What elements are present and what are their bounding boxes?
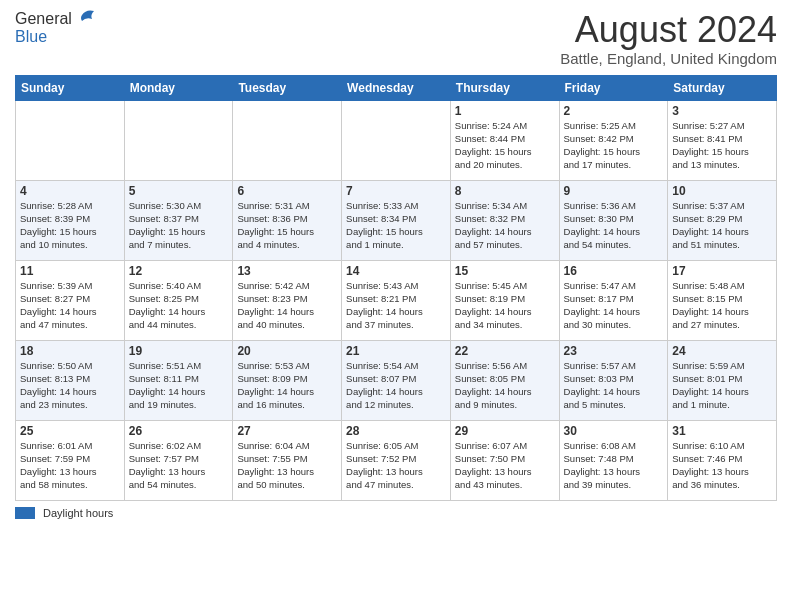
calendar-cell: 11Sunrise: 5:39 AMSunset: 8:27 PMDayligh…: [16, 260, 125, 340]
day-number: 5: [129, 184, 229, 198]
calendar-cell: 23Sunrise: 5:57 AMSunset: 8:03 PMDayligh…: [559, 340, 668, 420]
day-info: Sunrise: 5:45 AMSunset: 8:19 PMDaylight:…: [455, 279, 555, 332]
day-number: 26: [129, 424, 229, 438]
calendar-cell: [16, 100, 125, 180]
page: General Blue August 2024 Battle, England…: [0, 0, 792, 612]
day-info: Sunrise: 6:04 AMSunset: 7:55 PMDaylight:…: [237, 439, 337, 492]
calendar-cell: 18Sunrise: 5:50 AMSunset: 8:13 PMDayligh…: [16, 340, 125, 420]
calendar-cell: 17Sunrise: 5:48 AMSunset: 8:15 PMDayligh…: [668, 260, 777, 340]
day-number: 25: [20, 424, 120, 438]
day-number: 18: [20, 344, 120, 358]
calendar-cell: 26Sunrise: 6:02 AMSunset: 7:57 PMDayligh…: [124, 420, 233, 500]
day-number: 7: [346, 184, 446, 198]
logo-bird-icon: [76, 7, 98, 35]
calendar-cell: 6Sunrise: 5:31 AMSunset: 8:36 PMDaylight…: [233, 180, 342, 260]
day-info: Sunrise: 5:27 AMSunset: 8:41 PMDaylight:…: [672, 119, 772, 172]
day-info: Sunrise: 6:10 AMSunset: 7:46 PMDaylight:…: [672, 439, 772, 492]
day-info: Sunrise: 5:39 AMSunset: 8:27 PMDaylight:…: [20, 279, 120, 332]
day-info: Sunrise: 5:57 AMSunset: 8:03 PMDaylight:…: [564, 359, 664, 412]
calendar-cell: 19Sunrise: 5:51 AMSunset: 8:11 PMDayligh…: [124, 340, 233, 420]
calendar-cell: 16Sunrise: 5:47 AMSunset: 8:17 PMDayligh…: [559, 260, 668, 340]
calendar-cell: 14Sunrise: 5:43 AMSunset: 8:21 PMDayligh…: [342, 260, 451, 340]
day-info: Sunrise: 5:30 AMSunset: 8:37 PMDaylight:…: [129, 199, 229, 252]
header: General Blue August 2024 Battle, England…: [15, 10, 777, 67]
calendar-cell: 15Sunrise: 5:45 AMSunset: 8:19 PMDayligh…: [450, 260, 559, 340]
day-number: 24: [672, 344, 772, 358]
calendar-day-header: Thursday: [450, 75, 559, 100]
day-info: Sunrise: 5:42 AMSunset: 8:23 PMDaylight:…: [237, 279, 337, 332]
logo-general: General: [15, 10, 72, 27]
calendar-cell: 4Sunrise: 5:28 AMSunset: 8:39 PMDaylight…: [16, 180, 125, 260]
calendar-cell: 29Sunrise: 6:07 AMSunset: 7:50 PMDayligh…: [450, 420, 559, 500]
day-number: 16: [564, 264, 664, 278]
day-info: Sunrise: 5:37 AMSunset: 8:29 PMDaylight:…: [672, 199, 772, 252]
main-title: August 2024: [560, 10, 777, 50]
calendar-cell: 20Sunrise: 5:53 AMSunset: 8:09 PMDayligh…: [233, 340, 342, 420]
calendar-cell: 31Sunrise: 6:10 AMSunset: 7:46 PMDayligh…: [668, 420, 777, 500]
calendar-day-header: Sunday: [16, 75, 125, 100]
day-info: Sunrise: 5:54 AMSunset: 8:07 PMDaylight:…: [346, 359, 446, 412]
calendar-day-header: Friday: [559, 75, 668, 100]
calendar-cell: 28Sunrise: 6:05 AMSunset: 7:52 PMDayligh…: [342, 420, 451, 500]
calendar-cell: 21Sunrise: 5:54 AMSunset: 8:07 PMDayligh…: [342, 340, 451, 420]
day-info: Sunrise: 5:28 AMSunset: 8:39 PMDaylight:…: [20, 199, 120, 252]
calendar-week-row: 25Sunrise: 6:01 AMSunset: 7:59 PMDayligh…: [16, 420, 777, 500]
calendar-week-row: 1Sunrise: 5:24 AMSunset: 8:44 PMDaylight…: [16, 100, 777, 180]
day-number: 15: [455, 264, 555, 278]
calendar-header-row: SundayMondayTuesdayWednesdayThursdayFrid…: [16, 75, 777, 100]
day-info: Sunrise: 6:02 AMSunset: 7:57 PMDaylight:…: [129, 439, 229, 492]
day-info: Sunrise: 5:59 AMSunset: 8:01 PMDaylight:…: [672, 359, 772, 412]
sub-title: Battle, England, United Kingdom: [560, 50, 777, 67]
calendar-cell: 25Sunrise: 6:01 AMSunset: 7:59 PMDayligh…: [16, 420, 125, 500]
calendar-day-header: Saturday: [668, 75, 777, 100]
day-info: Sunrise: 5:31 AMSunset: 8:36 PMDaylight:…: [237, 199, 337, 252]
day-number: 19: [129, 344, 229, 358]
day-number: 27: [237, 424, 337, 438]
day-info: Sunrise: 6:07 AMSunset: 7:50 PMDaylight:…: [455, 439, 555, 492]
day-number: 14: [346, 264, 446, 278]
day-info: Sunrise: 5:33 AMSunset: 8:34 PMDaylight:…: [346, 199, 446, 252]
day-number: 29: [455, 424, 555, 438]
day-info: Sunrise: 6:08 AMSunset: 7:48 PMDaylight:…: [564, 439, 664, 492]
day-number: 2: [564, 104, 664, 118]
day-number: 31: [672, 424, 772, 438]
calendar-cell: 27Sunrise: 6:04 AMSunset: 7:55 PMDayligh…: [233, 420, 342, 500]
day-info: Sunrise: 6:01 AMSunset: 7:59 PMDaylight:…: [20, 439, 120, 492]
calendar-table: SundayMondayTuesdayWednesdayThursdayFrid…: [15, 75, 777, 501]
calendar-week-row: 18Sunrise: 5:50 AMSunset: 8:13 PMDayligh…: [16, 340, 777, 420]
title-block: August 2024 Battle, England, United King…: [560, 10, 777, 67]
day-number: 6: [237, 184, 337, 198]
calendar-cell: 5Sunrise: 5:30 AMSunset: 8:37 PMDaylight…: [124, 180, 233, 260]
day-info: Sunrise: 5:56 AMSunset: 8:05 PMDaylight:…: [455, 359, 555, 412]
calendar-cell: 24Sunrise: 5:59 AMSunset: 8:01 PMDayligh…: [668, 340, 777, 420]
day-number: 10: [672, 184, 772, 198]
calendar-cell: 1Sunrise: 5:24 AMSunset: 8:44 PMDaylight…: [450, 100, 559, 180]
day-info: Sunrise: 5:48 AMSunset: 8:15 PMDaylight:…: [672, 279, 772, 332]
logo-blue: Blue: [15, 28, 47, 45]
day-number: 13: [237, 264, 337, 278]
day-number: 22: [455, 344, 555, 358]
day-number: 4: [20, 184, 120, 198]
day-number: 11: [20, 264, 120, 278]
calendar-cell: [233, 100, 342, 180]
calendar-cell: 7Sunrise: 5:33 AMSunset: 8:34 PMDaylight…: [342, 180, 451, 260]
footer: Daylight hours: [15, 507, 777, 519]
day-info: Sunrise: 6:05 AMSunset: 7:52 PMDaylight:…: [346, 439, 446, 492]
calendar-day-header: Monday: [124, 75, 233, 100]
day-info: Sunrise: 5:50 AMSunset: 8:13 PMDaylight:…: [20, 359, 120, 412]
calendar-cell: 8Sunrise: 5:34 AMSunset: 8:32 PMDaylight…: [450, 180, 559, 260]
calendar-week-row: 4Sunrise: 5:28 AMSunset: 8:39 PMDaylight…: [16, 180, 777, 260]
calendar-week-row: 11Sunrise: 5:39 AMSunset: 8:27 PMDayligh…: [16, 260, 777, 340]
day-number: 1: [455, 104, 555, 118]
day-number: 9: [564, 184, 664, 198]
calendar-cell: 13Sunrise: 5:42 AMSunset: 8:23 PMDayligh…: [233, 260, 342, 340]
day-info: Sunrise: 5:47 AMSunset: 8:17 PMDaylight:…: [564, 279, 664, 332]
legend-text: Daylight hours: [43, 507, 113, 519]
day-info: Sunrise: 5:53 AMSunset: 8:09 PMDaylight:…: [237, 359, 337, 412]
logo: General Blue: [15, 10, 98, 46]
calendar-cell: 9Sunrise: 5:36 AMSunset: 8:30 PMDaylight…: [559, 180, 668, 260]
calendar-cell: [342, 100, 451, 180]
day-info: Sunrise: 5:40 AMSunset: 8:25 PMDaylight:…: [129, 279, 229, 332]
day-info: Sunrise: 5:36 AMSunset: 8:30 PMDaylight:…: [564, 199, 664, 252]
day-number: 12: [129, 264, 229, 278]
